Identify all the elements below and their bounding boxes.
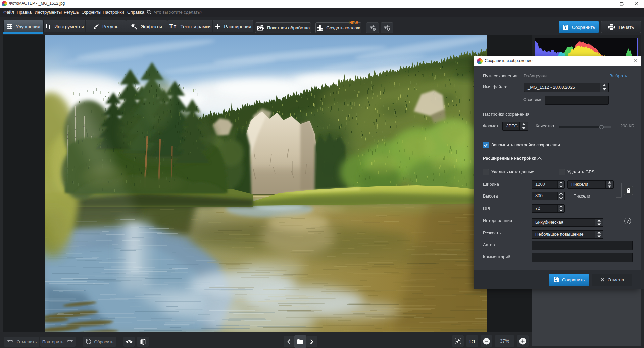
svg-text:T: T: [174, 24, 176, 29]
svg-text:T: T: [169, 23, 173, 30]
